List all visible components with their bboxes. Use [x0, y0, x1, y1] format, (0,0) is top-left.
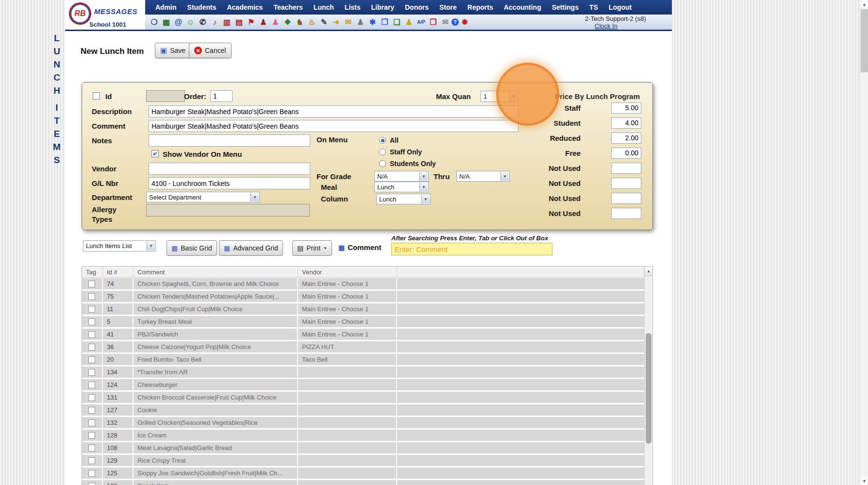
show-vendor-checkbox[interactable]: ✔ [151, 150, 159, 157]
smiley-icon[interactable]: ☺ [184, 17, 197, 28]
advanced-grid-button[interactable]: ▦ Advanced Grid [219, 240, 283, 256]
help-icon[interactable]: ? [451, 18, 459, 26]
row-tag-checkbox[interactable] [88, 382, 95, 388]
lunch-icon[interactable]: ♨ [306, 17, 318, 28]
page-scroll-down-icon[interactable]: ▼ [860, 477, 868, 485]
table-row[interactable]: 108 Meat Lasagna|Salad|Garlic Bread [82, 442, 644, 453]
megaphone-icon[interactable]: ⚑ [245, 17, 257, 28]
nav-academics[interactable]: Academics [221, 3, 268, 11]
payment-icon[interactable]: ❑ [391, 17, 403, 28]
ap-icon[interactable]: A/P [415, 17, 427, 28]
family-icon[interactable]: ♞ [294, 17, 306, 28]
comment-search-toggle[interactable]: ▦ Comment [338, 243, 381, 251]
vendor-input[interactable] [149, 163, 310, 175]
grid-scrollbar[interactable]: ▲ [644, 267, 652, 485]
table-row[interactable]: 128 Ice Cream [82, 430, 644, 441]
speaker-icon[interactable]: ♪ [209, 17, 221, 28]
nav-reports[interactable]: Reports [462, 3, 499, 11]
row-tag-checkbox[interactable] [88, 457, 95, 464]
row-tag-checkbox[interactable] [88, 470, 95, 477]
table-row[interactable]: 75 Chicken Tenders|Mashed Potatoes|Apple… [82, 291, 644, 302]
page-scrollbar-thumb[interactable] [861, 9, 868, 72]
row-tag-checkbox[interactable] [88, 344, 95, 351]
search-icon[interactable]: ❍ [148, 17, 160, 28]
price-student-input[interactable] [611, 117, 641, 129]
student-pink-icon[interactable]: ♟ [269, 17, 282, 28]
pdf-icon[interactable]: ❒ [427, 17, 439, 28]
calendar-grid-icon[interactable]: ▦ [160, 17, 172, 28]
table-row[interactable]: 131 Chicken Broccoli Casserole|Fruit Cup… [82, 392, 644, 403]
row-tag-checkbox[interactable] [88, 356, 95, 363]
nav-accounting[interactable]: Accounting [499, 3, 547, 11]
comment-search-input[interactable] [391, 243, 552, 255]
grid-scrollbar-thumb[interactable] [646, 333, 651, 444]
row-tag-checkbox[interactable] [88, 318, 95, 325]
staff-person-icon[interactable]: ♟ [403, 17, 415, 28]
grid-scroll-up-icon[interactable]: ▲ [645, 267, 652, 276]
list-view-select[interactable]: Lunch Items List ▼ [83, 240, 156, 251]
nav-donors[interactable]: Donors [400, 3, 434, 11]
table-row[interactable]: 125 Sloppy Joe Sandwich|Goldfish|Fresh F… [82, 468, 644, 479]
table-row[interactable]: 20 Fried Burrito- Taco Bell Taco Bell [82, 354, 644, 365]
on-menu-students-only-radio[interactable]: Students Only [379, 158, 436, 169]
row-tag-checkbox[interactable] [88, 445, 95, 452]
row-tag-checkbox[interactable] [88, 419, 95, 426]
row-tag-checkbox[interactable] [88, 369, 95, 376]
send-mail-icon[interactable]: ✉ [342, 17, 354, 28]
alarm-icon[interactable]: ✹ [459, 17, 471, 28]
table-row[interactable]: 74 Chicken Spaghetti, Corn, Brownie and … [82, 278, 644, 289]
comment-input[interactable] [149, 120, 518, 132]
price-not-used-3-input[interactable] [611, 193, 641, 204]
nav-store[interactable]: Store [434, 3, 462, 11]
on-menu-all-radio[interactable]: All [379, 134, 436, 146]
clock-in-link[interactable]: Clock In [595, 23, 618, 30]
envelope-gray-icon[interactable]: ✉ [439, 17, 451, 28]
meal-select[interactable]: Lunch ▼ [374, 182, 429, 192]
row-tag-checkbox[interactable] [88, 293, 95, 300]
gear-clock-icon[interactable]: ✱ [367, 17, 379, 28]
row-tag-checkbox[interactable] [88, 432, 95, 439]
print-button[interactable]: ▤ Print ▼ [292, 240, 332, 256]
notes-input[interactable] [149, 134, 310, 147]
table-row[interactable]: 132 Grilled Chicken|Seasoned Vegetables|… [82, 417, 644, 428]
forward-icon[interactable]: ➔ [330, 17, 342, 28]
page-scrollbar[interactable]: ▲ ▼ [860, 0, 868, 485]
on-menu-staff-only-radio[interactable]: Staff Only [379, 146, 436, 158]
price-free-input[interactable] [611, 148, 641, 159]
row-tag-checkbox[interactable] [88, 281, 95, 287]
nav-lunch[interactable]: Lunch [308, 3, 339, 11]
for-grade-select[interactable]: N/A ▼ [374, 171, 429, 182]
person-gray-icon[interactable]: ♟ [354, 17, 367, 28]
price-not-used-4-input[interactable] [611, 208, 641, 219]
price-staff-input[interactable] [611, 102, 641, 114]
price-not-used-2-input[interactable] [611, 178, 641, 189]
price-reduced-input[interactable] [611, 133, 641, 144]
nav-teachers[interactable]: Teachers [268, 3, 308, 11]
table-row[interactable]: 36 Cheese Calzone|Yogurt Pop|Milk Choice… [82, 341, 644, 352]
nav-admin[interactable]: Admin [150, 3, 182, 11]
nav-students[interactable]: Students [182, 3, 222, 11]
id-checkbox[interactable] [93, 92, 100, 100]
row-tag-checkbox[interactable] [88, 483, 95, 485]
table-row[interactable]: 127 Cookie [82, 404, 644, 416]
table-row[interactable]: 11 Chili Dog|Chips|Fruit Cup|Milk Choice… [82, 303, 644, 315]
table-row[interactable]: 134 *Transfer from AR [82, 367, 644, 378]
row-tag-checkbox[interactable] [88, 331, 95, 338]
row-tag-checkbox[interactable] [88, 306, 95, 313]
table-row[interactable]: 5 Turkey Breast Meal Main Entree - Choos… [82, 316, 644, 327]
nav-logout[interactable]: Logout [603, 3, 637, 11]
attendance-grid-icon[interactable]: ▥ [221, 17, 233, 28]
department-select[interactable]: Select Department ▼ [146, 192, 260, 202]
basic-grid-button[interactable]: ▦ Basic Grid [167, 240, 217, 256]
row-tag-checkbox[interactable] [88, 394, 95, 401]
gl-number-input[interactable] [149, 177, 310, 189]
save-button[interactable]: ▣ Save [155, 43, 191, 58]
student-red-icon[interactable]: ♟ [257, 17, 269, 28]
nav-ts[interactable]: TS [584, 3, 603, 11]
table-row[interactable]: 124 Cheeseburger [82, 379, 644, 390]
card-file-icon[interactable]: ❒ [379, 17, 391, 28]
calendar-date-icon[interactable]: ▤ [233, 17, 245, 28]
nav-library[interactable]: Library [366, 3, 400, 11]
tag-icon[interactable]: ❖ [282, 17, 294, 28]
table-row[interactable]: 41 PBJ/Sandwich Main Entree - Choose 1 [82, 329, 644, 340]
